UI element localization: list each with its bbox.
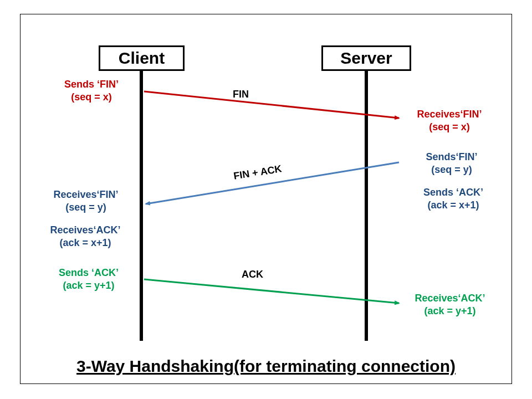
client-step2a: Receives‘FIN’ (seq = y) (42, 188, 130, 213)
server-step2b-line2: (ack = x+1) (427, 200, 479, 211)
client-step3: Sends ‘ACK’ (ack = y+1) (47, 267, 130, 291)
server-step3: Receives‘ACK’ (ack = y+1) (403, 292, 497, 317)
server-step1: Receives‘FIN’ (seq = x) (405, 108, 494, 133)
diagram-canvas: Client Server FIN FIN + ACK ACK Sends ‘F… (0, 0, 532, 399)
client-step1-line1: Sends ‘FIN’ (64, 79, 119, 90)
server-step3-line1: Receives‘ACK’ (415, 293, 485, 304)
client-step3-line2: (ack = y+1) (63, 280, 114, 291)
client-step1: Sends ‘FIN’ (seq = x) (50, 78, 133, 103)
server-step1-line2: (seq = x) (429, 121, 470, 132)
server-step2a: Sends‘FIN’ (seq = y) (410, 151, 493, 176)
server-step2a-line1: Sends‘FIN’ (426, 151, 477, 162)
msg-label-ack: ACK (242, 269, 263, 280)
server-step3-line2: (ack = y+1) (424, 305, 475, 316)
diagram-caption: 3-Way Handshaking(for terminating connec… (0, 357, 532, 376)
server-header: Server (321, 45, 411, 71)
server-step2b: Sends ‘ACK’ (ack = x+1) (409, 186, 498, 211)
server-step2a-line2: (seq = y) (431, 164, 472, 175)
client-lifeline (140, 71, 143, 341)
client-step1-line2: (seq = x) (71, 91, 112, 103)
server-step1-line1: Receives‘FIN’ (417, 109, 482, 120)
client-step3-line1: Sends ‘ACK’ (59, 267, 119, 278)
client-step2b-line2: (ack = x+1) (59, 237, 111, 248)
server-lifeline (365, 71, 368, 341)
client-step2a-line2: (seq = y) (65, 202, 106, 213)
msg-label-fin: FIN (233, 89, 249, 100)
server-step2b-line1: Sends ‘ACK’ (423, 187, 483, 198)
client-step2b-line1: Receives‘ACK’ (50, 224, 120, 236)
client-step2a-line1: Receives‘FIN’ (53, 189, 118, 200)
client-header: Client (99, 45, 185, 71)
client-step2b: Receives‘ACK’ (ack = x+1) (38, 224, 132, 249)
